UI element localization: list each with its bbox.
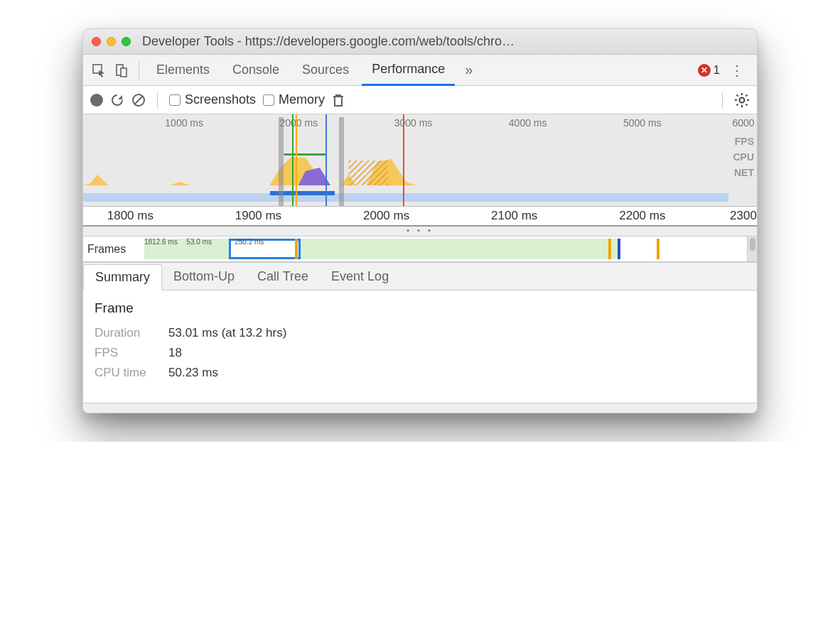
tab-sources[interactable]: Sources: [292, 55, 359, 86]
window-controls: [92, 37, 131, 46]
frame-duration-label: 53.0 ms: [186, 238, 212, 246]
minimize-window-button[interactable]: [107, 37, 116, 46]
ruler-tick: 1900 ms: [235, 209, 281, 223]
overview-tick: 2000 ms: [280, 117, 318, 129]
separator: [722, 92, 723, 109]
screenshots-checkbox[interactable]: Screenshots: [169, 92, 256, 107]
more-tabs-icon[interactable]: »: [458, 62, 480, 78]
error-count-value: 1: [714, 63, 720, 77]
maximize-window-button[interactable]: [122, 37, 131, 46]
detail-tab-bar: Summary Bottom-Up Call Tree Event Log: [83, 262, 757, 290]
overview-track-labels: FPS CPU NET: [733, 136, 754, 178]
fps-track-label: FPS: [733, 136, 754, 147]
tab-bottom-up[interactable]: Bottom-Up: [162, 263, 246, 290]
ruler-tick: 1800 ms: [107, 209, 154, 223]
clear-button[interactable]: [131, 93, 146, 107]
overview-timeline[interactable]: 1000 ms2000 ms3000 ms4000 ms5000 ms6000 …: [83, 114, 757, 207]
svg-rect-2: [121, 68, 126, 77]
frame-event-bar: [608, 239, 611, 259]
record-button[interactable]: [90, 94, 103, 107]
window-title: Developer Tools - https://developers.goo…: [142, 34, 748, 49]
frame-event-bar: [295, 239, 298, 259]
main-tab-bar: Elements Console Sources Performance » ✕…: [83, 55, 757, 86]
svg-line-4: [134, 96, 143, 104]
titlebar: Developer Tools - https://developers.goo…: [83, 29, 757, 55]
overview-marker: [296, 114, 297, 206]
svg-point-5: [740, 97, 745, 102]
scrollbar-thumb[interactable]: [750, 238, 755, 251]
separator: [139, 62, 139, 79]
frame-event-bar: [657, 239, 659, 259]
overview-marker: [292, 114, 294, 206]
tab-summary[interactable]: Summary: [83, 264, 162, 290]
summary-key: Duration: [95, 326, 158, 340]
frame-duration-label: 250.2 ms: [235, 238, 264, 246]
tab-console[interactable]: Console: [222, 55, 289, 86]
summary-panel: Frame Duration53.01 ms (at 13.2 hrs)FPS1…: [83, 290, 757, 403]
summary-row: Duration53.01 ms (at 13.2 hrs): [95, 326, 745, 340]
overview-marker: [325, 114, 327, 206]
frames-track[interactable]: 1812.6 ms53.0 ms250.2 ms: [144, 237, 747, 261]
frames-row: Frames 1812.6 ms53.0 ms250.2 ms: [83, 237, 757, 262]
summary-key: FPS: [95, 346, 158, 360]
svg-rect-16: [284, 153, 327, 156]
tab-elements[interactable]: Elements: [146, 55, 220, 86]
ruler-tick: 2100 ms: [491, 209, 537, 223]
performance-toolbar: Screenshots Memory: [83, 86, 757, 114]
ruler-tick: 2200 ms: [619, 209, 665, 223]
checkbox-icon: [169, 94, 181, 106]
summary-value: 50.23 ms: [168, 366, 218, 380]
net-track-label: NET: [733, 167, 754, 178]
overview-tick: 3000 ms: [394, 117, 433, 129]
svg-line-12: [737, 104, 738, 105]
collapse-handle[interactable]: • • •: [83, 227, 757, 237]
summary-row: CPU time50.23 ms: [95, 366, 745, 380]
devtools-window: Developer Tools - https://developers.goo…: [82, 28, 758, 413]
close-window-button[interactable]: [92, 37, 101, 46]
memory-checkbox[interactable]: Memory: [263, 92, 325, 107]
frames-scrollbar[interactable]: [747, 237, 757, 261]
overview-selection-handle-left[interactable]: [279, 117, 284, 206]
cpu-track-label: CPU: [733, 151, 754, 163]
tab-call-tree[interactable]: Call Tree: [246, 263, 320, 290]
frames-track-label: Frames: [83, 237, 144, 261]
settings-icon[interactable]: [734, 92, 750, 108]
overview-selection-handle-right[interactable]: [339, 117, 344, 206]
frame-segment: [301, 239, 620, 259]
net-track: [83, 193, 728, 202]
svg-rect-14: [348, 161, 387, 185]
panel-title: Frame: [95, 300, 745, 316]
svg-line-11: [746, 104, 748, 105]
checkbox-icon: [263, 94, 274, 106]
summary-value: 18: [168, 346, 182, 360]
summary-value: 53.01 ms (at 13.2 hrs): [168, 326, 286, 340]
inspect-element-icon[interactable]: [89, 60, 109, 80]
summary-key: CPU time: [95, 366, 158, 380]
memory-label: Memory: [279, 92, 325, 107]
ruler-tick: 2000 ms: [363, 209, 409, 223]
overview-tick: 4000 ms: [509, 117, 547, 129]
error-count-badge[interactable]: ✕ 1: [698, 63, 720, 77]
reload-button[interactable]: [110, 93, 124, 107]
svg-line-10: [737, 94, 738, 96]
tab-performance[interactable]: Performance: [362, 55, 455, 86]
tab-event-log[interactable]: Event Log: [320, 263, 400, 290]
device-toolbar-icon[interactable]: [112, 60, 131, 80]
svg-line-13: [746, 94, 748, 96]
overview-tick: 6000: [732, 117, 754, 129]
ruler-tick: 2300: [730, 209, 757, 223]
kebab-menu-icon[interactable]: ⋮: [723, 62, 751, 79]
cpu-chart: [83, 153, 728, 185]
overview-tick: 1000 ms: [165, 117, 203, 129]
overview-tick: 5000 ms: [623, 117, 662, 129]
frame-event-bar: [618, 239, 620, 259]
screenshots-label: Screenshots: [185, 92, 256, 107]
frame-duration-label: 1812.6 ms: [144, 238, 178, 246]
summary-row: FPS18: [95, 346, 745, 360]
separator: [157, 92, 158, 109]
detail-ruler[interactable]: 1800 ms1900 ms2000 ms2100 ms2200 ms2300: [83, 207, 757, 227]
delete-button[interactable]: [332, 93, 345, 107]
overview-marker: [403, 114, 404, 206]
bottom-strip: [83, 403, 757, 413]
error-icon: ✕: [698, 64, 711, 77]
